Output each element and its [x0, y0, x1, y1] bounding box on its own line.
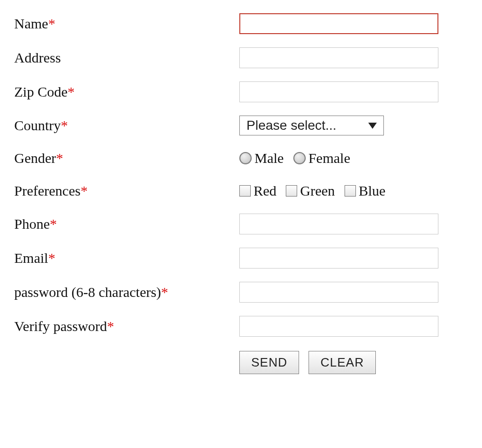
pref-green-label: Green	[300, 183, 335, 199]
label-email-text: Email	[14, 250, 48, 266]
label-password-text: password (6-8 characters)	[14, 284, 161, 300]
email-input[interactable]	[239, 248, 438, 269]
row-country: Country* Please select...	[14, 116, 468, 135]
label-gender-text: Gender	[14, 150, 56, 166]
required-marker: *	[81, 183, 88, 198]
gender-radio-male[interactable]: Male	[239, 150, 284, 166]
required-marker: *	[48, 250, 55, 266]
phone-input[interactable]	[239, 214, 438, 234]
required-marker: *	[56, 150, 63, 166]
row-preferences: Preferences* Red Green Blue	[14, 181, 468, 201]
required-marker: *	[48, 16, 55, 31]
label-name-text: Name	[14, 16, 48, 31]
row-gender: Gender* Male Female	[14, 149, 468, 168]
label-zip-text: Zip Code	[14, 84, 68, 99]
label-verify-password: Verify password*	[14, 317, 239, 336]
registration-form: Name* Address Zip Code* Country* Please …	[0, 0, 482, 402]
send-button[interactable]: SEND	[239, 351, 299, 374]
password-input[interactable]	[239, 282, 438, 303]
row-verify-password: Verify password*	[14, 316, 468, 337]
chevron-down-icon	[368, 123, 377, 129]
zip-input[interactable]	[239, 81, 438, 102]
label-address-text: Address	[14, 50, 61, 65]
label-gender: Gender*	[14, 149, 239, 168]
country-select-value: Please select...	[246, 118, 336, 133]
pref-checkbox-green[interactable]: Green	[286, 183, 335, 199]
label-name: Name*	[14, 14, 239, 34]
label-password: password (6-8 characters)*	[14, 283, 239, 302]
checkbox-icon	[286, 185, 297, 197]
checkbox-icon	[345, 185, 356, 197]
label-zip: Zip Code*	[14, 82, 239, 102]
gender-radio-female[interactable]: Female	[293, 150, 350, 166]
gender-male-label: Male	[255, 150, 284, 166]
clear-button[interactable]: CLEAR	[309, 351, 376, 374]
gender-female-label: Female	[309, 150, 350, 166]
pref-blue-label: Blue	[359, 183, 386, 199]
row-buttons: SEND CLEAR	[14, 351, 468, 374]
row-zip: Zip Code*	[14, 81, 468, 102]
label-phone-text: Phone	[14, 216, 50, 232]
verify-password-input[interactable]	[239, 316, 438, 337]
required-marker: *	[50, 216, 57, 232]
pref-red-label: Red	[254, 183, 276, 199]
address-input[interactable]	[239, 47, 438, 68]
required-marker: *	[107, 318, 114, 334]
pref-checkbox-red[interactable]: Red	[239, 183, 276, 199]
radio-icon	[293, 152, 306, 164]
label-email: Email*	[14, 249, 239, 268]
label-country: Country*	[14, 116, 239, 135]
radio-icon	[239, 152, 252, 164]
checkbox-icon	[239, 185, 251, 197]
label-country-text: Country	[14, 117, 61, 133]
label-phone: Phone*	[14, 215, 239, 234]
label-preferences-text: Preferences	[14, 183, 81, 198]
required-marker: *	[68, 84, 75, 99]
name-input[interactable]	[239, 13, 438, 34]
label-verify-password-text: Verify password	[14, 318, 107, 334]
pref-checkbox-blue[interactable]: Blue	[345, 183, 386, 199]
row-address: Address	[14, 47, 468, 68]
label-preferences: Preferences*	[14, 181, 239, 201]
required-marker: *	[161, 284, 168, 300]
row-phone: Phone*	[14, 214, 468, 234]
required-marker: *	[61, 117, 68, 133]
label-address: Address	[14, 48, 239, 68]
row-email: Email*	[14, 248, 468, 269]
country-select[interactable]: Please select...	[239, 116, 384, 135]
row-password: password (6-8 characters)*	[14, 282, 468, 303]
row-name: Name*	[14, 13, 468, 34]
